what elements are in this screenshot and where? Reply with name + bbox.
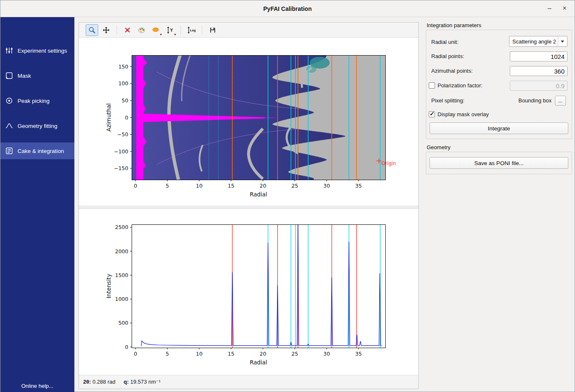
svg-text:20: 20 xyxy=(260,351,266,357)
svg-text:Intensity: Intensity xyxy=(105,274,112,298)
crosshair-button[interactable] xyxy=(121,24,134,36)
sidebar-item-label: Mask xyxy=(18,73,31,79)
sidebar-item-label: Cake & integration xyxy=(18,148,64,154)
minimize-button[interactable]: – xyxy=(543,0,556,17)
svg-text:0: 0 xyxy=(134,183,137,189)
integration-parameters-group: Radial unit: Scattering angle 2θ Radial … xyxy=(426,30,572,139)
zoom-icon xyxy=(88,26,96,34)
save-icon xyxy=(209,26,216,34)
y-axis-orientation-button[interactable]: Y ▾ xyxy=(164,24,176,36)
palette-icon xyxy=(138,26,145,34)
integrate-button[interactable]: Integrate xyxy=(430,122,568,134)
mask-overlay-checkbox[interactable] xyxy=(429,111,435,117)
zoom-mode-button[interactable] xyxy=(86,24,98,36)
chevron-down-icon xyxy=(558,36,567,46)
sidebar-item-cake-integration[interactable]: Cake & integration xyxy=(0,143,74,159)
azimuthal-points-label: Azimuthal points: xyxy=(431,66,473,76)
pixel-splitting-value: Bounding box xyxy=(518,95,552,106)
q-label: q: xyxy=(124,379,129,385)
cake-plot-canvas[interactable] xyxy=(132,55,385,180)
log-scale-button[interactable]: Log xyxy=(185,24,198,36)
svg-text:20: 20 xyxy=(260,183,266,189)
chevron-down-icon: ▾ xyxy=(174,33,176,36)
sidebar-item-experiment-settings[interactable]: Experiment settings xyxy=(0,42,74,59)
target-icon xyxy=(5,97,13,105)
svg-text:100: 100 xyxy=(118,80,128,87)
svg-text:50: 50 xyxy=(122,97,128,104)
svg-text:30: 30 xyxy=(323,183,330,189)
y-glyph: Y xyxy=(170,28,173,33)
radial-points-label: Radial points: xyxy=(431,51,464,62)
title-bar: PyFAI Calibration – × xyxy=(0,0,575,17)
svg-text:2000: 2000 xyxy=(115,248,128,255)
toolbar-separator xyxy=(202,25,202,35)
pyfai-calibration-window: PyFAI Calibration – × Experiment setting… xyxy=(0,0,575,392)
svg-text:−50: −50 xyxy=(117,131,128,137)
sidebar: Experiment settings Mask Peak picking Ge… xyxy=(0,17,74,392)
sidebar-item-geometry-fitting[interactable]: Geometry fitting xyxy=(0,117,74,134)
polarization-label: Polarization factor: xyxy=(438,80,483,91)
pixel-splitting-label: Pixel splitting: xyxy=(431,95,464,106)
svg-text:−150: −150 xyxy=(114,165,128,171)
two-theta-label: 2θ: xyxy=(83,379,91,385)
colormap-button[interactable] xyxy=(135,24,148,36)
cake-icon xyxy=(5,147,13,155)
sidebar-item-label: Geometry fitting xyxy=(18,123,57,129)
polarization-checkbox[interactable] xyxy=(429,82,435,89)
svg-text:Azimuthal: Azimuthal xyxy=(105,103,112,132)
svg-text:0: 0 xyxy=(125,115,128,121)
log-scale-icon: Log xyxy=(187,26,196,34)
two-theta-value: 0.288 rad xyxy=(92,379,115,385)
cake-figure: 05101520253035150100500−50−100−150Radial… xyxy=(79,38,418,206)
svg-text:150: 150 xyxy=(118,64,128,70)
sidebar-item-mask[interactable]: Mask xyxy=(0,67,74,84)
integration-plot-canvas[interactable] xyxy=(132,222,385,348)
pan-icon xyxy=(102,26,110,34)
curve-icon xyxy=(5,122,13,130)
close-button[interactable]: × xyxy=(558,0,571,17)
toolbar-separator xyxy=(117,25,117,35)
geometry-group: Save as PONI file... xyxy=(426,152,572,174)
red-cross-icon xyxy=(124,26,131,34)
mask-overlay-label: Display mask overlay xyxy=(438,109,489,120)
svg-text:15: 15 xyxy=(228,351,234,357)
svg-text:Radial: Radial xyxy=(250,191,267,198)
svg-text:2500: 2500 xyxy=(115,224,128,230)
svg-text:10: 10 xyxy=(196,183,203,189)
toolbar-separator xyxy=(181,25,181,35)
svg-text:15: 15 xyxy=(228,183,234,189)
save-button[interactable] xyxy=(206,24,219,36)
mask-tools-button[interactable]: ▾ xyxy=(150,24,162,36)
sidebar-item-peak-picking[interactable]: Peak picking xyxy=(0,92,74,109)
plot-status-bar: 2θ: 0.288 rad q: 19.573 nm⁻¹ xyxy=(79,375,418,389)
cake-plot-axes: 05101520253035150100500−50−100−150Radial… xyxy=(79,38,418,206)
svg-text:1500: 1500 xyxy=(115,272,128,278)
pan-button[interactable] xyxy=(100,24,112,36)
svg-text:35: 35 xyxy=(355,351,362,357)
pixel-splitting-more-button[interactable]: ... xyxy=(555,96,566,106)
integration-parameters-title: Integration parameters xyxy=(427,22,481,28)
q-value: 19.573 nm⁻¹ xyxy=(130,379,161,385)
splitter-handle[interactable] xyxy=(79,206,418,209)
svg-text:1000: 1000 xyxy=(115,296,128,302)
online-help-link[interactable]: Online help... xyxy=(21,383,53,389)
svg-text:30: 30 xyxy=(323,351,330,357)
polarization-input xyxy=(510,81,567,91)
svg-text:Radial: Radial xyxy=(250,359,267,366)
svg-text:0: 0 xyxy=(125,344,128,350)
log-glyph: Log xyxy=(190,28,196,32)
sidebar-item-label: Experiment settings xyxy=(18,48,67,54)
plot-toolbar: ▾ Y ▾ Log xyxy=(79,23,418,38)
radial-points-input[interactable] xyxy=(510,51,567,61)
sidebar-item-label: Peak picking xyxy=(18,98,50,104)
radial-unit-select[interactable]: Scattering angle 2θ xyxy=(509,36,567,47)
svg-text:5: 5 xyxy=(165,183,169,189)
radial-unit-label: Radial unit: xyxy=(431,37,458,48)
mask-ellipse-icon xyxy=(152,26,160,34)
y-axis-icon: Y xyxy=(166,26,174,34)
svg-text:35: 35 xyxy=(355,183,362,189)
save-poni-button[interactable]: Save as PONI file... xyxy=(430,157,568,169)
azimuthal-points-input[interactable] xyxy=(510,66,567,76)
svg-text:25: 25 xyxy=(291,351,298,357)
mask-icon xyxy=(5,71,13,80)
